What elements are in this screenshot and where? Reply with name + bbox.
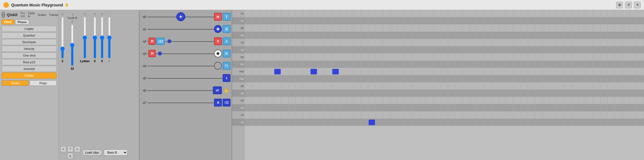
note-cell-13-38[interactable]	[521, 104, 528, 111]
note-cell-10-38[interactable]	[521, 83, 528, 90]
note-cell-13-18[interactable]	[376, 104, 383, 111]
note-cell-0-30[interactable]	[463, 10, 470, 17]
note-cell-2-34[interactable]	[492, 25, 499, 32]
note-cell-11-29[interactable]	[455, 90, 463, 97]
note-cell-10-0[interactable]	[245, 83, 252, 90]
note-cell-8-19[interactable]	[383, 68, 390, 75]
note-cell-1-6[interactable]	[289, 17, 296, 25]
note-cell-12-36[interactable]	[506, 97, 513, 104]
note-cell-3-0[interactable]	[245, 32, 252, 39]
note-cell-6-13[interactable]	[339, 54, 347, 61]
note-cell-14-26[interactable]	[434, 111, 441, 119]
note-cell-0-22[interactable]	[405, 10, 412, 17]
note-cell-10-16[interactable]	[361, 83, 368, 90]
note-cell-3-13[interactable]	[339, 32, 347, 39]
note-cell-1-35[interactable]	[499, 17, 506, 25]
note-cell-1-26[interactable]	[434, 17, 441, 25]
note-cell-2-28[interactable]	[448, 25, 455, 32]
note-cell-4-52[interactable]	[622, 39, 629, 46]
note-cell-11-52[interactable]	[622, 90, 629, 97]
note-cell-11-13[interactable]	[339, 90, 347, 97]
note-cell-7-13[interactable]	[339, 61, 347, 68]
note-cell-12-26[interactable]	[434, 97, 441, 104]
note-cell-0-6[interactable]	[289, 10, 296, 17]
note-cell-8-51[interactable]	[615, 68, 622, 75]
note-cell-5-33[interactable]	[484, 46, 492, 54]
note-cell-15-25[interactable]	[426, 119, 434, 126]
note-cell-6-27[interactable]	[441, 54, 448, 61]
note-cell-8-42[interactable]	[550, 68, 557, 75]
note-cell-4-20[interactable]	[390, 39, 397, 46]
note-cell-4-6[interactable]	[289, 39, 296, 46]
note-cell-7-33[interactable]	[484, 61, 492, 68]
note-cell-0-5[interactable]	[281, 10, 289, 17]
note-cell-6-3[interactable]	[267, 54, 274, 61]
note-cell-12-6[interactable]	[289, 97, 296, 104]
note-cell-6-0[interactable]	[245, 54, 252, 61]
note-cell-0-43[interactable]	[557, 10, 564, 17]
note-cell-5-49[interactable]	[600, 46, 608, 54]
note-cell-15-24[interactable]	[419, 119, 426, 126]
note-cell-8-52[interactable]	[622, 68, 629, 75]
note-cell-0-9[interactable]	[310, 10, 318, 17]
note-cell-3-44[interactable]	[564, 32, 571, 39]
note-cell-9-21[interactable]	[397, 75, 405, 83]
note-cell-6-28[interactable]	[448, 54, 455, 61]
note-cell-14-8[interactable]	[303, 111, 310, 119]
note-cell-7-23[interactable]	[412, 61, 419, 68]
note-cell-15-45[interactable]	[571, 119, 579, 126]
note-cell-15-39[interactable]	[528, 119, 535, 126]
note-cell-7-41[interactable]	[542, 61, 550, 68]
note-cell-0-25[interactable]	[426, 10, 434, 17]
note-cell-2-25[interactable]	[426, 25, 434, 32]
note-cell-12-47[interactable]	[586, 97, 593, 104]
note-cell-7-42[interactable]	[550, 61, 557, 68]
note-cell-7-53[interactable]	[629, 61, 637, 68]
note-cell-10-54[interactable]	[637, 83, 644, 90]
note-cell-15-34[interactable]	[492, 119, 499, 126]
note-cell-5-54[interactable]	[637, 46, 644, 54]
note-cell-11-16[interactable]	[361, 90, 368, 97]
note-cell-14-0[interactable]	[245, 111, 252, 119]
note-cell-6-22[interactable]	[405, 54, 412, 61]
note-cell-9-25[interactable]	[426, 75, 434, 83]
note-cell-2-27[interactable]	[441, 25, 448, 32]
note-cell-1-52[interactable]	[622, 17, 629, 25]
note-cell-13-24[interactable]	[419, 104, 426, 111]
note-cell-15-31[interactable]	[470, 119, 477, 126]
note-cell-3-27[interactable]	[441, 32, 448, 39]
note-cell-15-54[interactable]	[637, 119, 644, 126]
note-cell-10-40[interactable]	[535, 83, 542, 90]
note-cell-9-46[interactable]	[579, 75, 586, 83]
note-cell-4-31[interactable]	[470, 39, 477, 46]
note-cell-4-8[interactable]	[303, 39, 310, 46]
note-cell-7-7[interactable]	[296, 61, 303, 68]
note-cell-13-42[interactable]	[550, 104, 557, 111]
note-cell-2-11[interactable]	[325, 25, 332, 32]
note-cell-5-4[interactable]	[274, 46, 281, 54]
note-cell-6-41[interactable]	[542, 54, 550, 61]
note-cell-10-52[interactable]	[622, 83, 629, 90]
note-cell-10-24[interactable]	[419, 83, 426, 90]
note-cell-13-0[interactable]	[245, 104, 252, 111]
note-cell-5-32[interactable]	[477, 46, 484, 54]
note-cell-14-36[interactable]	[506, 111, 513, 119]
q5-i-gate[interactable]: I	[223, 74, 230, 82]
note-cell-8-25[interactable]	[426, 68, 434, 75]
note-cell-13-5[interactable]	[281, 104, 289, 111]
note-cell-2-14[interactable]	[347, 25, 354, 32]
note-cell-0-8[interactable]	[303, 10, 310, 17]
note-cell-1-24[interactable]	[419, 17, 426, 25]
note-cell-6-45[interactable]	[571, 54, 579, 61]
note-cell-14-16[interactable]	[361, 111, 368, 119]
note-cell-3-50[interactable]	[608, 32, 615, 39]
q2-h-gate[interactable]: H	[148, 38, 156, 45]
note-cell-2-0[interactable]	[245, 25, 252, 32]
note-cell-8-47[interactable]	[586, 68, 593, 75]
note-cell-12-9[interactable]	[310, 97, 318, 104]
note-cell-2-36[interactable]	[506, 25, 513, 32]
note-cell-6-16[interactable]	[361, 54, 368, 61]
note-cell-15-46[interactable]	[579, 119, 586, 126]
note-cell-6-37[interactable]	[513, 54, 521, 61]
note-cell-14-3[interactable]	[267, 111, 274, 119]
